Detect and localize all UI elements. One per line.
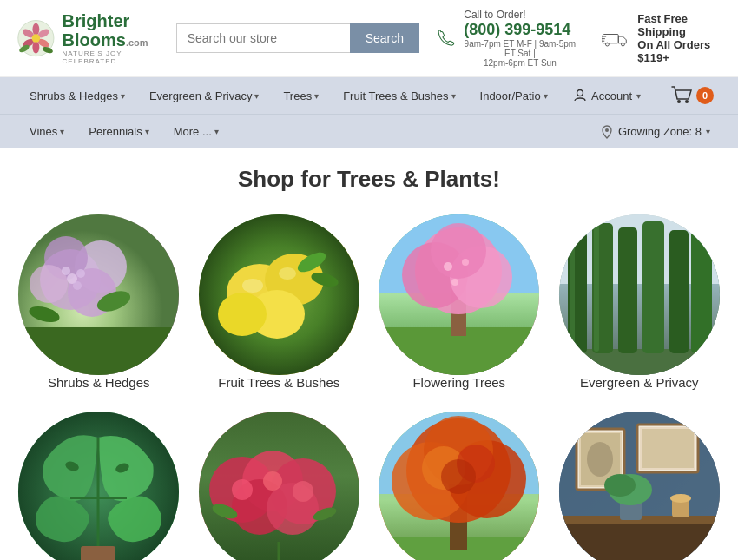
chevron-down-icon: ▾	[214, 127, 219, 136]
search-input[interactable]	[176, 23, 350, 53]
nav-item-shrubs[interactable]: Shrubs & Hedges ▾	[17, 79, 137, 113]
svg-rect-62	[570, 234, 575, 352]
evergreen-illustration	[559, 214, 720, 375]
primary-nav-links: Shrubs & Hedges ▾ Evergreen & Privacy ▾ …	[17, 79, 563, 113]
phone-icon	[437, 26, 456, 50]
svg-point-39	[279, 267, 296, 280]
main-content: Shop for Trees & Plants!	[0, 148, 738, 560]
secondary-nav: Vines ▾ Perennials ▾ More ... ▾ Growing …	[0, 114, 738, 148]
product-image-flowering	[379, 214, 539, 375]
svg-point-18	[685, 100, 689, 103]
nav-item-more[interactable]: More ... ▾	[161, 115, 231, 148]
product-label-fruit: Fruit Trees & Bushes	[218, 375, 339, 390]
chevron-down-icon: ▾	[544, 91, 548, 101]
svg-point-37	[218, 293, 267, 336]
cart-count-badge: 0	[696, 87, 714, 104]
indoor-illustration	[559, 412, 720, 560]
phone-section: Call to Order! (800) 399-9514 9am-7pm ET…	[437, 9, 577, 68]
product-card-evergreen[interactable]: Evergreen & Privacy	[558, 214, 722, 390]
svg-point-78	[263, 471, 282, 491]
svg-rect-32	[18, 327, 179, 375]
svg-rect-60	[669, 230, 689, 353]
nav-item-trees[interactable]: Trees ▾	[271, 79, 331, 113]
location-icon	[600, 125, 614, 139]
product-card-flowering[interactable]: Flowering Trees	[378, 214, 541, 390]
nav-item-fruit-trees[interactable]: Fruit Trees & Bushes ▾	[331, 79, 467, 113]
contact-area: Call to Order! (800) 399-9514 9am-7pm ET…	[437, 9, 721, 68]
svg-point-1	[32, 23, 39, 35]
monstera-illustration	[18, 412, 179, 560]
product-image-evergreen	[559, 214, 720, 375]
svg-point-51	[462, 259, 469, 266]
svg-rect-59	[642, 221, 664, 353]
account-button[interactable]: Account ▾	[563, 80, 651, 111]
chevron-down-icon: ▾	[636, 91, 641, 101]
chevron-down-icon: ▾	[145, 127, 149, 136]
product-image-autumn	[379, 412, 539, 560]
product-card-indoor[interactable]: Home Decor	[558, 412, 722, 560]
chevron-down-icon: ▾	[254, 91, 259, 101]
product-label-evergreen: Evergreen & Privacy	[580, 375, 699, 390]
svg-rect-58	[618, 227, 637, 353]
logo[interactable]: BrighterBlooms.com NATURE'S JOY, CELEBRA…	[17, 11, 159, 65]
flowering-illustration	[379, 214, 539, 375]
cart-button[interactable]: 0	[664, 77, 721, 114]
svg-point-27	[76, 269, 85, 278]
chevron-down-icon: ▾	[314, 91, 319, 101]
svg-point-107	[604, 474, 636, 497]
svg-rect-63	[594, 225, 599, 352]
svg-point-17	[677, 100, 681, 103]
svg-point-28	[62, 267, 70, 275]
logo-icon	[17, 15, 56, 63]
product-card-monstera[interactable]: Indoor & Patio Plants	[17, 412, 181, 560]
nav-right-actions: Account ▾ 0	[563, 77, 721, 114]
account-icon	[573, 89, 587, 102]
product-label-flowering: Flowering Trees	[412, 375, 505, 390]
product-image-indoor	[559, 412, 720, 560]
svg-point-109	[670, 494, 691, 503]
fruit-illustration	[199, 214, 359, 375]
product-card-roses[interactable]: Roses	[198, 412, 361, 560]
svg-rect-102	[642, 429, 694, 468]
search-button[interactable]: Search	[350, 23, 419, 53]
svg-point-16	[577, 90, 583, 96]
svg-point-29	[73, 281, 82, 290]
autumn-illustration	[379, 412, 539, 560]
svg-point-19	[605, 128, 609, 132]
svg-point-93	[441, 459, 476, 494]
svg-point-79	[293, 481, 313, 502]
svg-point-50	[444, 262, 452, 271]
nav-item-evergreen[interactable]: Evergreen & Privacy ▾	[137, 79, 272, 113]
cart-icon	[671, 86, 692, 105]
svg-point-77	[232, 479, 253, 500]
svg-rect-55	[559, 349, 720, 375]
shipping-icon	[602, 26, 629, 50]
primary-nav: Shrubs & Hedges ▾ Evergreen & Privacy ▾ …	[0, 77, 738, 114]
product-image-shrubs	[18, 214, 179, 375]
svg-point-38	[242, 279, 263, 293]
svg-rect-104	[559, 524, 720, 560]
chevron-down-icon: ▾	[60, 127, 64, 136]
svg-rect-10	[603, 35, 619, 43]
product-card-shrubs[interactable]: Shrubs & Hedges	[17, 214, 181, 390]
svg-point-7	[32, 34, 41, 43]
product-card-autumn[interactable]: Shade Trees	[378, 412, 541, 560]
search-form: Search	[176, 23, 419, 53]
roses-illustration	[199, 412, 359, 560]
product-image-monstera	[18, 412, 179, 560]
nav-item-vines[interactable]: Vines ▾	[17, 115, 76, 148]
svg-rect-70	[81, 546, 115, 560]
svg-point-52	[451, 279, 458, 286]
svg-point-4	[32, 41, 39, 53]
site-header: BrighterBlooms.com NATURE'S JOY, CELEBRA…	[0, 0, 738, 77]
chevron-down-icon: ▾	[451, 91, 456, 101]
growing-zone-button[interactable]: Growing Zone: 8 ▾	[590, 116, 721, 148]
product-card-fruit[interactable]: Fruit Trees & Bushes	[198, 214, 361, 390]
shipping-section: Fast Free Shipping On All Orders $119+	[602, 12, 721, 64]
nav-item-perennials[interactable]: Perennials ▾	[76, 115, 161, 148]
product-grid-row1: Shrubs & Hedges	[17, 214, 721, 390]
svg-point-49	[431, 223, 486, 279]
shrubs-illustration	[18, 214, 179, 375]
phone-details: Call to Order! (800) 399-9514 9am-7pm ET…	[464, 9, 576, 68]
nav-item-indoor[interactable]: Indoor/Patio ▾	[468, 79, 560, 113]
